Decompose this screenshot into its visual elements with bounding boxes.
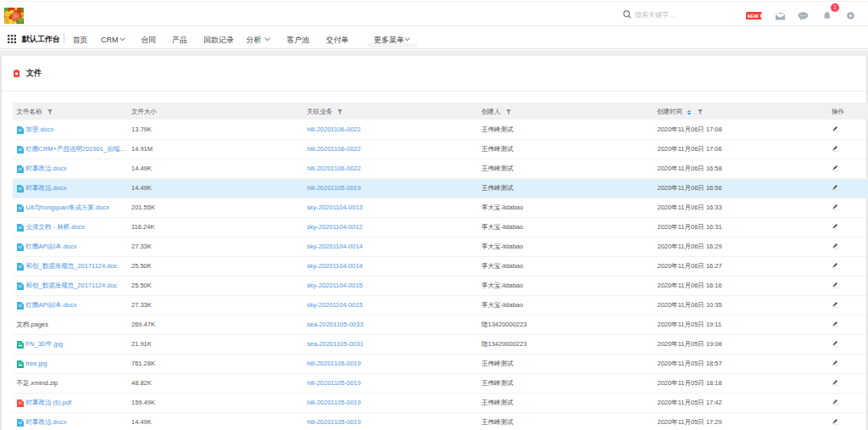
svg-text:NEW: NEW [748, 14, 760, 19]
svg-text:W: W [18, 226, 21, 230]
svg-text:W: W [18, 167, 21, 171]
svg-text:W: W [18, 206, 21, 210]
svg-text:W: W [18, 245, 21, 249]
svg-text:W: W [18, 304, 21, 308]
svg-text:W: W [18, 284, 21, 288]
svg-text:W: W [18, 265, 21, 269]
svg-text:W: W [18, 187, 21, 191]
svg-text:W: W [18, 148, 21, 152]
svg-text:W: W [18, 421, 21, 425]
svg-text:W: W [18, 128, 21, 132]
